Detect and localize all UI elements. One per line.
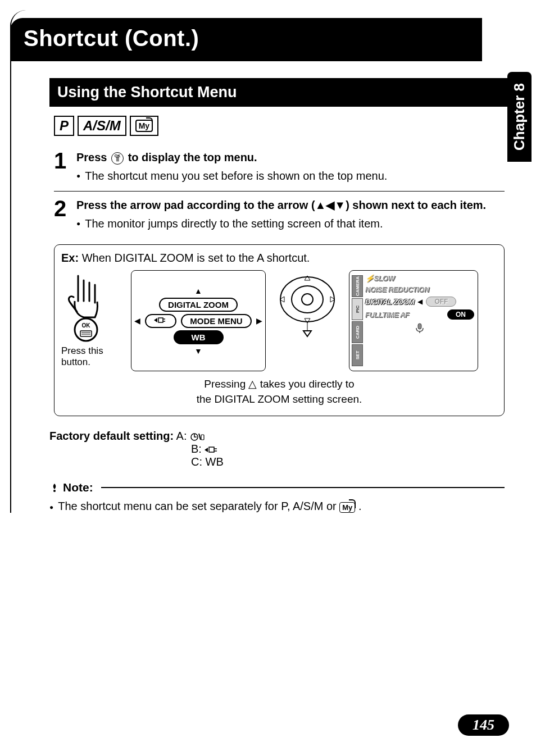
lcd-tab-card: CARD [352, 321, 363, 343]
hand-column: OK Press this button. [61, 270, 123, 368]
lcd-item-digitalzoom: DIGITAL ZOOM [365, 298, 414, 306]
step-2: 2 Press the arrow pad according to the a… [54, 197, 505, 239]
page-frame: Shortcut (Cont.) Using the Shortcut Menu… [10, 10, 516, 513]
mode-p: P [54, 116, 74, 136]
my-mode-icon: My [339, 502, 355, 513]
note-heading: Note: [49, 481, 505, 494]
title-bar: Shortcut (Cont.) [10, 18, 482, 61]
lcd-item-slow: ⚡SLOW [365, 274, 474, 283]
af-target-icon [154, 316, 167, 324]
svg-rect-2 [80, 331, 92, 336]
mode-my: My [130, 116, 158, 136]
triangle-up-icon: ▲ [194, 286, 202, 295]
step-2-body: Press the arrow pad according to the arr… [76, 197, 505, 232]
triangle-left-icon: ◀ [134, 316, 140, 325]
mic-icon [414, 322, 425, 334]
menu-item-mode-menu: MODE MENU [181, 314, 251, 328]
lcd-option-on: ON [447, 309, 474, 320]
factory-c: C: WB [191, 456, 505, 468]
step-2-bullet: The monitor jumps directly to the settin… [85, 216, 383, 232]
ok-menu-button-icon: OK ≣ [111, 152, 124, 165]
menu-item-digital-zoom: DIGITAL ZOOM [159, 298, 238, 312]
lcd-item-noise: NOISE REDUCTION [365, 285, 474, 294]
lcd-tab-set: SET [352, 344, 363, 366]
drive-remote-icon [190, 432, 206, 442]
step-2-head: Press the arrow pad according to the arr… [76, 197, 505, 213]
menu-item-af-target [145, 314, 176, 328]
arrow-pad-icon [276, 270, 338, 338]
arrowpad-menu: ▲ DIGITAL ZOOM ◀ MODE MENU [131, 270, 266, 371]
lcd-item-digitalzoom-row: DIGITAL ZOOM ◀ OFF [365, 297, 474, 307]
svg-rect-17 [209, 447, 214, 452]
example-title: Ex: When DIGITAL ZOOM is set to the A sh… [61, 252, 497, 265]
factory-a-label: A: [176, 430, 187, 442]
triangle-right-icon: ▶ [256, 316, 262, 325]
lcd-item-fulltime: FULLTIME AF [365, 311, 409, 319]
svg-point-10 [302, 294, 313, 305]
diagram-row: OK Press this button. ▲ DIGITAL ZOOM ◀ [61, 270, 497, 371]
svg-point-8 [280, 277, 334, 322]
triangle-down-icon: ▼ [194, 347, 202, 356]
exclamation-icon [49, 482, 60, 493]
hand-press-icon: OK [61, 270, 112, 343]
factory-label: Factory default setting: [49, 430, 174, 442]
lcd-tab-camera: CAMERA [352, 275, 363, 297]
svg-rect-5 [158, 318, 163, 322]
my-mode-icon: My [135, 120, 153, 132]
example-caption: Pressing △ takes you directly to the DIG… [61, 377, 497, 407]
lcd-tabs: CAMERA PIC CARD SET [352, 275, 363, 366]
step-1-head-pre: Press [76, 151, 110, 163]
step-2-number: 2 [54, 197, 69, 232]
page-title: Shortcut (Cont.) [24, 26, 437, 51]
svg-point-20 [53, 490, 56, 492]
page-number: 145 [458, 714, 509, 736]
factory-defaults: Factory default setting: A: [49, 430, 505, 443]
hand-caption: Press this button. [61, 345, 123, 368]
pad-column [274, 270, 341, 338]
step-1-head-post: to display the top menu. [128, 151, 257, 163]
lcd-tab-pic: PIC [352, 298, 363, 320]
menu-item-wb: WB [174, 330, 224, 344]
arrowpad-mid-row: ◀ MODE MENU ▶ [134, 314, 262, 328]
content-area: Using the Shortcut Menu P A/S/M My 1 Pre… [11, 61, 516, 513]
note-body: The shortcut menu can be set separately … [49, 500, 505, 513]
step-1-bullet: The shortcut menu you set before is show… [85, 168, 387, 184]
lcd-item-fulltime-row: FULLTIME AF ON [365, 309, 474, 320]
mode-asm: A/S/M [78, 116, 126, 136]
chapter-tab: Chapter 8 [507, 72, 532, 162]
svg-rect-16 [201, 435, 204, 440]
factory-b: B: [191, 443, 505, 456]
svg-point-0 [75, 318, 97, 341]
lcd-option-off: OFF [426, 297, 456, 307]
step-1: 1 Press OK ≣ to display the top menu. Th… [54, 149, 505, 192]
mode-row: P A/S/M My [54, 116, 505, 136]
triangle-left-small-icon: ◀ [417, 298, 423, 306]
section-heading: Using the Shortcut Menu [49, 78, 509, 107]
svg-text:OK: OK [82, 322, 91, 329]
example-box: Ex: When DIGITAL ZOOM is set to the A sh… [54, 244, 505, 416]
svg-line-15 [199, 434, 201, 440]
step-1-body: Press OK ≣ to display the top menu. The … [76, 149, 505, 184]
step-1-number: 1 [54, 149, 69, 184]
af-target-icon [205, 445, 220, 454]
svg-rect-12 [418, 324, 421, 329]
lcd-screen: CAMERA PIC CARD SET ⚡SLOW NOISE REDUCTIO… [349, 270, 478, 371]
svg-point-9 [292, 286, 323, 313]
